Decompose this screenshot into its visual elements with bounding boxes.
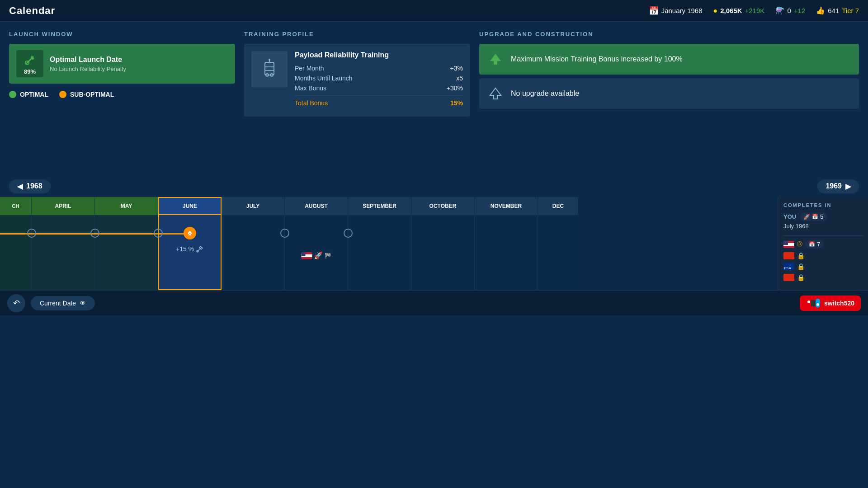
- total-bonus-label: Total Bonus: [295, 99, 328, 107]
- current-date-button[interactable]: Current Date 👁: [31, 296, 95, 310]
- prev-year-label: 1968: [26, 182, 42, 190]
- coin-icon: ●: [713, 7, 718, 15]
- money-change: +219K: [745, 7, 765, 14]
- months-until-value: x5: [456, 75, 463, 82]
- month-header-april[interactable]: APRIL: [32, 197, 95, 215]
- month-body-november: [475, 215, 538, 290]
- dec-label: DEC: [552, 203, 564, 209]
- month-body-dec: [538, 215, 579, 290]
- month-header-august[interactable]: AUGUST: [285, 197, 348, 215]
- months-area: CH APRIL MAY JUNE JULY AUGUST SE: [0, 197, 778, 290]
- total-bonus-value: 15%: [450, 99, 463, 107]
- svg-rect-16: [811, 300, 816, 306]
- month-header-march: CH: [0, 197, 32, 215]
- science-change: +12: [794, 7, 805, 14]
- training-card: Payload Reliability Training Per Month +…: [244, 44, 470, 117]
- rocket-small-icon: [187, 230, 193, 236]
- legend-optimal: OPTIMAL: [9, 91, 48, 98]
- launch-percentage: 89%: [24, 68, 36, 75]
- october-label: OCTOBER: [429, 203, 457, 209]
- svg-point-15: [816, 303, 819, 306]
- month-header-november[interactable]: NOVEMBER: [475, 197, 538, 215]
- agency-row-china: 🔒: [783, 252, 863, 259]
- upgrade-card-2: No upgrade available: [479, 78, 859, 109]
- month-body-september: [348, 215, 411, 290]
- months-until-label: Months Until Launch: [295, 75, 353, 82]
- launch-legend: OPTIMAL SUB-OPTIMAL: [9, 91, 235, 98]
- agency-cal-icon: 📅: [809, 241, 815, 247]
- agency-flag-china2: [783, 274, 794, 281]
- calendar-inner: CH APRIL MAY JUNE JULY AUGUST SE: [0, 197, 868, 290]
- july-label: JULY: [246, 203, 260, 209]
- launch-window-panel: LAUNCH WINDOW 89% Optimal Launch Date No…: [9, 31, 235, 171]
- prev-year-button[interactable]: ◀ 1968: [9, 179, 51, 193]
- month-body-may: [95, 215, 158, 290]
- launch-icon-small: 🚀: [314, 251, 323, 260]
- science-display: ⚗️ 0 +12: [775, 6, 805, 15]
- upgrade-panel: UPGRADE AND CONSTRUCTION Maximum Mission…: [479, 31, 859, 171]
- training-bonus-display: +15 %: [176, 245, 204, 253]
- header-stats: 📅 January 1968 ● 2,065K +219K ⚗️ 0 +12 👍…: [649, 6, 859, 16]
- divider-1: [783, 235, 863, 235]
- current-date-value: January 1968: [661, 7, 703, 14]
- launch-optimal-card: 89% Optimal Launch Date No Launch Reliab…: [9, 44, 235, 84]
- agency-months-value: 7: [817, 241, 820, 248]
- svg-point-3: [269, 59, 270, 61]
- arrow-up-icon: [488, 52, 503, 66]
- arrow-up-outline-icon: [488, 86, 503, 101]
- rocket-badge-icon: 🚀: [803, 214, 810, 220]
- money-value: 2,065K: [720, 7, 742, 14]
- timeline-circle-august: [344, 229, 353, 238]
- chevron-right-icon: ▶: [845, 182, 851, 191]
- months-until-row: Months Until Launch x5: [295, 75, 463, 82]
- completes-in-panel: COMPLETES IN YOU 🚀 📅 5 July 1968 ⓪ 📅: [778, 197, 868, 290]
- training-info: Payload Reliability Training Per Month +…: [295, 51, 463, 109]
- month-bodies: +15 % 🚀 🏁: [0, 215, 778, 290]
- month-header-september[interactable]: SEPTEMBER: [348, 197, 411, 215]
- june-label: JUNE: [183, 203, 197, 209]
- agency-row-esa: ESA 🔒: [783, 263, 863, 270]
- upgrade-icon-1: [486, 50, 505, 68]
- app-header: Calendar 📅 January 1968 ● 2,065K +219K ⚗…: [0, 0, 868, 22]
- reputation-display: 👍 641 Tier 7: [816, 6, 859, 15]
- agency-row-china2: 🔒: [783, 274, 863, 281]
- launch-icon-box: 89%: [16, 50, 43, 77]
- september-label: SEPTEMBER: [363, 203, 396, 209]
- svg-point-13: [807, 300, 810, 303]
- launch-card-text: Optimal Launch Date No Launch Reliabilit…: [50, 56, 126, 72]
- eye-icon: 👁: [80, 300, 86, 307]
- svg-point-11: [189, 233, 191, 235]
- month-header-may[interactable]: MAY: [95, 197, 158, 215]
- max-bonus-label: Max Bonus: [295, 84, 326, 92]
- training-profile-title: TRAINING PROFILE: [244, 31, 470, 38]
- training-icon-box: [251, 51, 288, 87]
- agency-flag-esa: ESA: [783, 263, 794, 270]
- august-label: AUGUST: [305, 203, 328, 209]
- august-flags: 🚀 🏁: [301, 251, 331, 260]
- launch-card-title: Optimal Launch Date: [50, 56, 126, 64]
- wrench-small-icon: [196, 245, 204, 253]
- timeline-circle-april: [90, 229, 99, 238]
- per-month-row: Per Month +3%: [295, 65, 463, 72]
- month-header-june[interactable]: JUNE: [158, 197, 222, 215]
- chevron-left-icon: ◀: [17, 182, 23, 191]
- next-year-button[interactable]: 1969 ▶: [817, 179, 859, 193]
- month-body-august: 🚀 🏁: [285, 215, 348, 290]
- bottom-bar: ↶ Current Date 👁 switch520: [0, 290, 868, 315]
- month-header-dec[interactable]: DEC: [538, 197, 579, 215]
- payload-icon: [258, 58, 281, 80]
- agency-usa-badge: 📅 7: [805, 240, 824, 249]
- current-date-label: Current Date: [40, 300, 76, 307]
- month-header-july[interactable]: JULY: [222, 197, 285, 215]
- back-button[interactable]: ↶: [7, 294, 25, 312]
- upgrade-title: UPGRADE AND CONSTRUCTION: [479, 31, 859, 38]
- tier-value: Tier 7: [842, 7, 859, 14]
- next-year-label: 1969: [826, 182, 842, 190]
- per-month-value: +3%: [450, 65, 463, 72]
- month-header-october[interactable]: OCTOBER: [411, 197, 475, 215]
- april-label: APRIL: [55, 203, 71, 209]
- launch-card-subtitle: No Launch Reliability Penalty: [50, 66, 126, 72]
- suboptimal-label: SUB-OPTIMAL: [70, 91, 114, 98]
- max-bonus-row: Max Bonus +30%: [295, 84, 463, 92]
- timeline-circle-june-active: [184, 227, 196, 239]
